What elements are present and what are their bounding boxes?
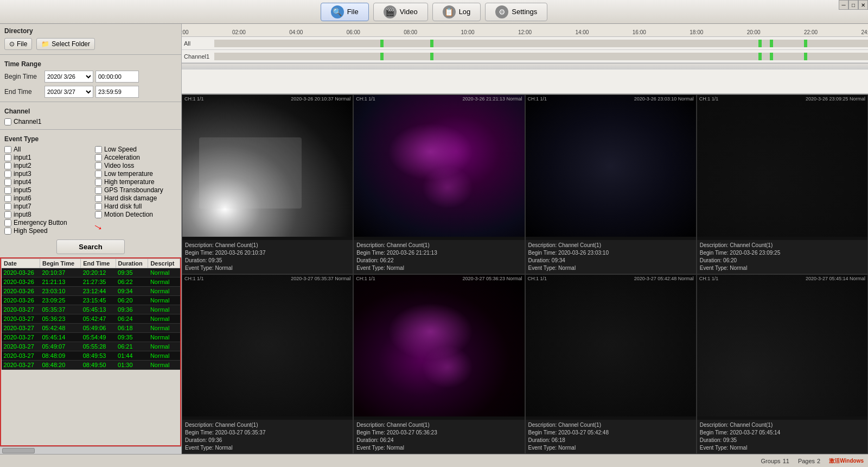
- video-overlay-topright-3: 2020-3-26 23:03:10 Normal: [634, 96, 694, 102]
- input2-checkbox[interactable]: [4, 162, 11, 169]
- input6-checkbox[interactable]: [4, 195, 11, 202]
- log-tab[interactable]: 📋 Log: [432, 3, 481, 21]
- table-cell-duration: 06:18: [116, 324, 148, 333]
- table-cell-end: 23:15:45: [81, 296, 116, 305]
- channel1-track[interactable]: [214, 53, 868, 60]
- table-row[interactable]: 2020-03-2708:48:0908:49:5301:44Normal: [2, 351, 180, 361]
- low-speed-checkbox[interactable]: [95, 146, 102, 153]
- search-area: → Search: [0, 236, 181, 257]
- settings-tab[interactable]: ⚙ Settings: [485, 3, 547, 21]
- emergency-button-checkbox[interactable]: [4, 219, 11, 226]
- video-cell-7[interactable]: CH:1 1/12020-3-27 05:42:48 Normal Descri…: [525, 274, 697, 454]
- table-row[interactable]: 2020-03-2705:36:2305:42:4706:24Normal: [2, 314, 180, 324]
- video-cell-2[interactable]: CH:1 1/12020-3-26 21:21:13 Normal Descri…: [353, 94, 525, 274]
- table-row[interactable]: 2020-03-2705:42:4805:49:0606:18Normal: [2, 324, 180, 333]
- table-row[interactable]: 2020-03-2705:35:3705:45:1309:36Normal: [2, 305, 180, 314]
- video-desc-2: Description: Channel Count(1): [356, 242, 521, 249]
- event-mark: [804, 53, 807, 60]
- table-row[interactable]: 2020-03-2621:21:1321:27:3506:22Normal: [2, 277, 180, 287]
- table-header-row: Date Begin Time End Time Duration Descri…: [2, 259, 180, 268]
- video-tab[interactable]: 🎬 Video: [373, 3, 428, 21]
- pages-value: 2: [817, 458, 820, 464]
- minimize-btn[interactable]: ─: [839, 0, 848, 10]
- begin-date-select[interactable]: 2020/ 3/26: [44, 71, 93, 83]
- file-button[interactable]: ⊙ File: [4, 38, 32, 50]
- end-date-select[interactable]: 2020/ 3/27: [44, 86, 93, 98]
- input5-checkbox[interactable]: [4, 187, 11, 194]
- list-item: input4: [4, 178, 86, 186]
- end-time-label: End Time: [4, 88, 42, 96]
- video-cell-1[interactable]: CH:1 1/12020-3-26 20:10:37 Normal Descri…: [182, 94, 353, 274]
- camera-visual-1: [182, 95, 353, 237]
- timeline-channels: All Channel1: [182, 37, 868, 63]
- select-folder-button[interactable]: 📁 Select Folder: [36, 38, 95, 50]
- motion-detection-checkbox[interactable]: [95, 211, 102, 218]
- file-icon: 🔍: [331, 5, 344, 18]
- result-table-container[interactable]: Date Begin Time End Time Duration Descri…: [0, 257, 181, 446]
- all-channel-row: All: [182, 37, 868, 50]
- input3-checkbox[interactable]: [4, 171, 11, 178]
- input8-checkbox[interactable]: [4, 211, 11, 218]
- horizontal-scrollbar[interactable]: [0, 446, 181, 454]
- list-item: Low Speed: [95, 146, 177, 153]
- table-cell-end: 08:49:53: [81, 351, 116, 361]
- table-cell-type: Normal: [148, 361, 180, 370]
- all-label: All: [182, 40, 214, 47]
- channel1-label: Channel1: [14, 118, 41, 125]
- video-grid: CH:1 1/12020-3-26 20:10:37 Normal Descri…: [182, 94, 868, 454]
- video-overlay-topright-1: 2020-3-26 20:10:37 Normal: [291, 96, 350, 102]
- video-cell-4[interactable]: CH:1 1/12020-3-26 23:09:25 Normal Descri…: [697, 94, 868, 274]
- video-cell-6[interactable]: CH:1 1/12020-3-27 05:36:23 Normal Descri…: [353, 274, 525, 454]
- file-tab[interactable]: 🔍 File: [321, 3, 369, 21]
- file-label: File: [347, 8, 359, 16]
- video-eventtype-7: Event Type: Normal: [528, 444, 693, 452]
- table-cell-date: 2020-03-27: [2, 333, 40, 342]
- video-cell-5[interactable]: CH:1 1/12020-3-27 05:35:37 Normal Descri…: [182, 274, 353, 454]
- list-item: input6: [4, 194, 86, 202]
- low-temperature-checkbox[interactable]: [95, 171, 102, 178]
- high-speed-checkbox[interactable]: [4, 228, 11, 235]
- input2-label: input2: [14, 162, 31, 169]
- video-eventtype-3: Event Type: Normal: [528, 264, 693, 272]
- table-row[interactable]: 2020-03-2708:48:2008:49:5001:30Normal: [2, 361, 180, 370]
- table-row[interactable]: 2020-03-2620:10:3720:20:1209:35Normal: [2, 268, 180, 277]
- channel1-checkbox[interactable]: [4, 118, 11, 125]
- col-end: End Time: [81, 259, 116, 268]
- event-type-columns: Allinput1input2input3input4input5input6i…: [4, 145, 177, 235]
- timeline-scrollbar[interactable]: [182, 63, 868, 70]
- end-time-input[interactable]: [95, 86, 139, 98]
- video-cell-3[interactable]: CH:1 1/12020-3-26 23:03:10 Normal Descri…: [525, 94, 697, 274]
- maximize-btn[interactable]: □: [848, 0, 858, 10]
- begin-time-input[interactable]: [95, 71, 139, 83]
- acceleration-checkbox[interactable]: [95, 154, 102, 161]
- scrollbar-thumb[interactable]: [2, 448, 35, 453]
- close-btn[interactable]: ✕: [858, 0, 868, 10]
- input1-checkbox[interactable]: [4, 154, 11, 161]
- table-cell-date: 2020-03-27: [2, 361, 40, 370]
- video-loss-label: Video loss: [104, 162, 134, 169]
- video-begin-8: Begin Time: 2020-03-27 05:45:14: [700, 429, 865, 437]
- table-cell-end: 21:27:35: [81, 277, 116, 287]
- gps-transboundary-checkbox[interactable]: [95, 187, 102, 194]
- input6-label: input6: [14, 194, 31, 202]
- table-cell-type: Normal: [148, 314, 180, 324]
- search-button[interactable]: Search: [56, 239, 124, 254]
- table-cell-begin: 05:49:07: [40, 342, 80, 351]
- list-item: Motion Detection: [95, 211, 177, 218]
- ruler-label-0200: 02:00: [232, 29, 246, 35]
- all-checkbox[interactable]: [4, 146, 11, 153]
- hard-disk-damage-checkbox[interactable]: [95, 195, 102, 202]
- table-row[interactable]: 2020-03-2623:03:1023:12:4409:34Normal: [2, 287, 180, 296]
- video-cell-8[interactable]: CH:1 1/12020-3-27 05:45:14 Normal Descri…: [697, 274, 868, 454]
- table-cell-type: Normal: [148, 268, 180, 277]
- video-loss-checkbox[interactable]: [95, 162, 102, 169]
- input4-checkbox[interactable]: [4, 179, 11, 186]
- high-temperature-checkbox[interactable]: [95, 179, 102, 186]
- table-row[interactable]: 2020-03-2623:09:2523:15:4506:20Normal: [2, 296, 180, 305]
- input7-checkbox[interactable]: [4, 203, 11, 210]
- end-time-row: End Time 2020/ 3/27: [0, 84, 181, 99]
- hard-disk-full-checkbox[interactable]: [95, 203, 102, 210]
- table-row[interactable]: 2020-03-2705:45:1405:54:4909:35Normal: [2, 333, 180, 342]
- all-track[interactable]: [214, 40, 868, 47]
- table-row[interactable]: 2020-03-2705:49:0705:55:2806:21Normal: [2, 342, 180, 351]
